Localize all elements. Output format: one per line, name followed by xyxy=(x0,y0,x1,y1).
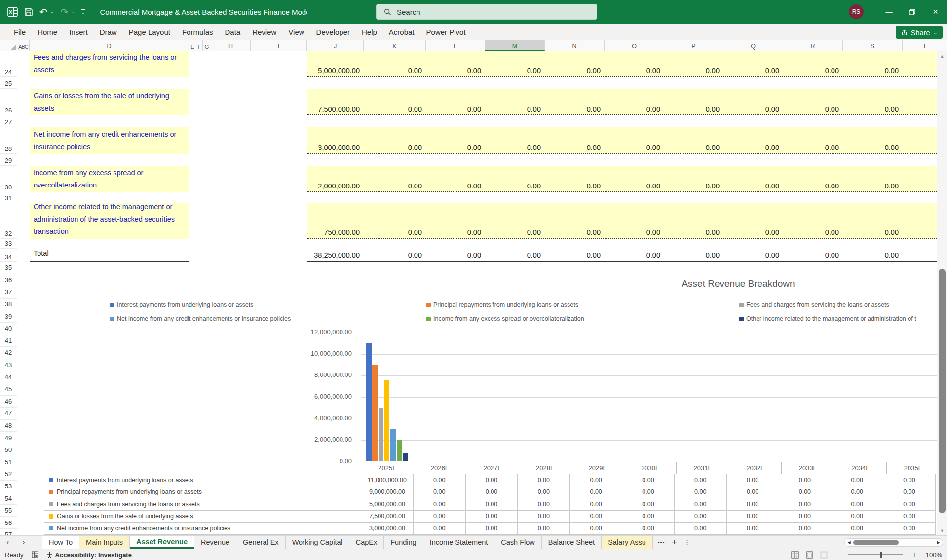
cell-zero[interactable]: 0.00 xyxy=(605,67,664,76)
row-header-28[interactable]: 28 xyxy=(0,127,17,154)
cell-zero[interactable]: 0.00 xyxy=(783,228,843,238)
cell-zero[interactable]: 0.00 xyxy=(783,182,843,191)
cell-zero[interactable]: 0.00 xyxy=(723,228,783,238)
vertical-scrollbar-thumb[interactable] xyxy=(939,269,946,513)
sheet-nav-right-icon[interactable]: › xyxy=(16,538,32,547)
cell-zero[interactable]: 0.00 xyxy=(783,251,843,261)
cell-D24[interactable]: Fees and charges from servicing the loan… xyxy=(30,51,189,77)
sheet-tab-general-ex[interactable]: General Ex xyxy=(236,536,286,549)
row-header-57[interactable]: 57 xyxy=(0,529,17,535)
sheet-tab-main-inputs[interactable]: Main Inputs xyxy=(79,536,130,549)
cell-zero[interactable]: 0.00 xyxy=(364,251,426,261)
undo-icon[interactable]: ↶ xyxy=(39,6,47,18)
sheet-tab-capex[interactable]: CapEx xyxy=(349,536,384,549)
row-header-36[interactable]: 36 xyxy=(0,274,17,287)
cell-zero[interactable]: 0.00 xyxy=(426,251,485,261)
row-header-44[interactable]: 44 xyxy=(0,371,17,383)
column-header-q[interactable]: Q xyxy=(723,40,783,51)
sheet-tab-income-statement[interactable]: Income Statement xyxy=(423,536,495,549)
ribbon-tab-insert[interactable]: Insert xyxy=(63,24,94,40)
restore-button[interactable] xyxy=(901,0,924,24)
column-header-d[interactable]: D xyxy=(30,40,189,51)
cell-J34[interactable]: 38,250,000.00 xyxy=(307,251,364,261)
cell-zero[interactable]: 0.00 xyxy=(664,105,723,114)
avatar[interactable]: RS xyxy=(849,4,864,19)
cell-zero[interactable]: 0.00 xyxy=(545,105,605,114)
row-header-48[interactable]: 48 xyxy=(0,420,17,432)
cell-zero[interactable]: 0.00 xyxy=(545,182,605,191)
row-header-50[interactable]: 50 xyxy=(0,444,17,456)
row-header-33[interactable]: 33 xyxy=(0,239,17,249)
save-icon[interactable] xyxy=(24,7,33,16)
cell-zero[interactable]: 0.00 xyxy=(364,182,426,191)
column-header-s[interactable]: S xyxy=(843,40,903,51)
cell-J28[interactable]: 3,000,000.00 xyxy=(307,144,364,153)
row-header-38[interactable]: 38 xyxy=(0,299,17,311)
cell-zero[interactable]: 0.00 xyxy=(545,251,605,261)
ribbon-tab-review[interactable]: Review xyxy=(246,24,282,40)
cell-zero[interactable]: 0.00 xyxy=(843,182,903,191)
cell-D33[interactable] xyxy=(30,239,189,249)
cell-D34[interactable]: Total xyxy=(30,249,189,262)
cell-J30[interactable]: 2,000,000.00 xyxy=(307,182,364,191)
cell-zero[interactable]: 0.00 xyxy=(426,144,485,153)
zoom-level[interactable]: 100% xyxy=(923,551,942,559)
cell-zero[interactable]: 0.00 xyxy=(723,182,783,191)
more-sheets-icon[interactable]: ••• xyxy=(658,539,665,545)
quick-access-customize-icon[interactable]: ⌄ xyxy=(81,8,85,15)
row-header-30[interactable]: 30 xyxy=(0,166,17,192)
cell-zero[interactable]: 0.00 xyxy=(723,105,783,114)
cell-D25[interactable] xyxy=(30,77,189,89)
row-header-52[interactable]: 52 xyxy=(0,468,17,481)
cell-zero[interactable]: 0.00 xyxy=(545,144,605,153)
sheet-menu-icon[interactable]: ⋮ xyxy=(684,538,691,546)
cell-zero[interactable]: 0.00 xyxy=(843,144,903,153)
horizontal-scrollbar[interactable]: ◀ ▶ xyxy=(844,538,943,547)
cell-zero[interactable]: 0.00 xyxy=(605,144,664,153)
cell-zero[interactable]: 0.00 xyxy=(426,67,485,76)
ribbon-tab-data[interactable]: Data xyxy=(219,24,246,40)
cell-zero[interactable]: 0.00 xyxy=(605,105,664,114)
normal-view-icon[interactable] xyxy=(791,551,799,559)
sheet-tab-cash-flow[interactable]: Cash Flow xyxy=(494,536,542,549)
new-sheet-button[interactable]: + xyxy=(672,537,677,548)
cell-D28[interactable]: Net income from any credit enhancements … xyxy=(30,127,189,154)
sheet-tab-asset-revenue[interactable]: Asset Revenue xyxy=(130,536,194,549)
column-header-g[interactable]: G xyxy=(203,40,211,51)
accessibility-status[interactable]: Accessibility: Investigate xyxy=(46,551,132,559)
macro-record-icon[interactable] xyxy=(32,551,38,558)
row-header-51[interactable]: 51 xyxy=(0,456,17,469)
cell-zero[interactable]: 0.00 xyxy=(605,228,664,238)
ribbon-tab-help[interactable]: Help xyxy=(356,24,383,40)
ribbon-tab-view[interactable]: View xyxy=(282,24,310,40)
sheet-nav-left-icon[interactable]: ‹ xyxy=(0,538,16,547)
column-header-f[interactable]: F xyxy=(196,40,203,51)
column-header-l[interactable]: L xyxy=(426,40,485,51)
cell-zero[interactable]: 0.00 xyxy=(485,182,545,191)
cell-zero[interactable]: 0.00 xyxy=(485,251,545,261)
row-header-55[interactable]: 55 xyxy=(0,505,17,517)
row-header-45[interactable]: 45 xyxy=(0,383,17,396)
row-header-29[interactable]: 29 xyxy=(0,154,17,166)
cell-D27[interactable] xyxy=(30,115,189,127)
column-header-t[interactable]: T xyxy=(903,40,947,51)
cell-J24[interactable]: 5,000,000.00 xyxy=(307,67,364,76)
cell-zero[interactable]: 0.00 xyxy=(426,105,485,114)
cell-zero[interactable]: 0.00 xyxy=(364,105,426,114)
cell-J32[interactable]: 750,000.00 xyxy=(307,228,364,238)
select-all-corner[interactable] xyxy=(0,40,17,51)
cell-J26[interactable]: 7,500,000.00 xyxy=(307,105,364,114)
cell-D32[interactable]: Other income related to the management o… xyxy=(30,203,189,239)
horizontal-scrollbar-thumb[interactable] xyxy=(853,540,899,545)
zoom-in-button[interactable]: + xyxy=(912,551,916,559)
undo-dropdown-icon[interactable]: ⌄ xyxy=(50,9,54,14)
zoom-out-button[interactable]: − xyxy=(834,551,838,559)
column-header-abc[interactable]: ABC xyxy=(17,40,30,51)
ribbon-tab-power-pivot[interactable]: Power Pivot xyxy=(420,24,472,40)
scroll-up-icon[interactable]: ▲ xyxy=(937,52,947,60)
cell-zero[interactable]: 0.00 xyxy=(783,144,843,153)
zoom-slider-thumb[interactable] xyxy=(880,552,882,558)
row-header-31[interactable]: 31 xyxy=(0,192,17,203)
cell-zero[interactable]: 0.00 xyxy=(485,67,545,76)
row-header-43[interactable]: 43 xyxy=(0,359,17,372)
